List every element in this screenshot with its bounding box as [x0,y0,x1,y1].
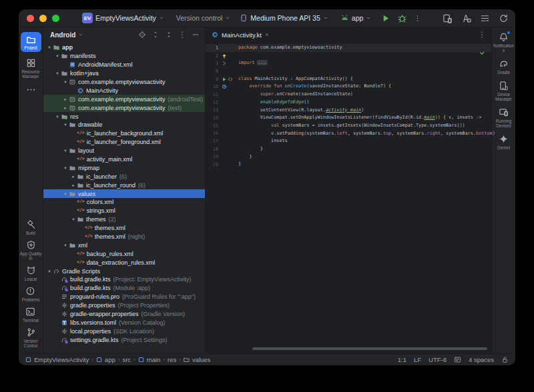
todo-list-icon[interactable] [480,13,490,23]
sync-icon[interactable] [499,13,509,23]
tree-item-ic-launcher-foreground-xml[interactable]: </>ic_launcher_foreground.xml [43,138,205,147]
device-selector[interactable]: Medium Phone API 35 [237,13,330,23]
close-window-button[interactable] [27,15,34,22]
more-vertical-icon[interactable] [478,31,486,39]
collapse-chevron-icon[interactable]: ▾ [62,121,69,128]
tool-window-button-resource-manager[interactable]: Resource Manager [19,58,42,79]
tree-item-xml[interactable]: ▾xml [43,241,205,249]
tool-window-button-gradle[interactable]: Gradle [493,59,515,75]
tree-item-themes-xml[interactable]: </>themes.xml [43,224,205,233]
tree-item-backup-rules-xml[interactable]: </>backup_rules.xml [43,249,205,258]
tree-item-com-example-emptyviewsactivity[interactable]: ▾com.example.emptyviewsactivity [43,78,205,87]
more-run-options-icon[interactable] [414,13,421,23]
code-line-20[interactable]: 20} [206,161,491,169]
more-vertical-icon[interactable] [178,31,186,39]
inspect-code-icon[interactable] [461,13,471,23]
tree-item-themes-xml[interactable]: </>themes.xml(night) [43,233,205,241]
code-area[interactable]: 1package com.example.emptyviewsactivity2… [206,43,491,169]
tree-item-local-properties[interactable]: local.properties(SDK Location) [43,327,205,335]
override-icon[interactable] [222,84,227,89]
zoom-window-button[interactable] [52,15,59,22]
status-widget-utf-8[interactable]: UTF-8 [429,356,447,363]
locate-icon[interactable] [138,31,146,39]
collapse-chevron-icon[interactable]: ▾ [62,191,69,197]
tree-item-mipmap[interactable]: ▾mipmap [43,163,205,172]
tool-window-button-terminal[interactable]: Terminal [19,307,42,323]
code-line-19[interactable]: 19 } [206,153,491,161]
run-configuration[interactable]: app [338,13,374,24]
expand-chevron-icon[interactable]: ▸ [70,173,77,180]
collapse-all-icon[interactable] [165,31,173,39]
project-view-mode[interactable]: Android [50,31,75,39]
tree-item-libs-versions-toml[interactable]: libs.versions.toml(Version Catalog) [43,319,205,327]
collapse-chevron-icon[interactable]: ▾ [62,242,69,249]
status-widget-4-spaces[interactable]: 4 spaces [469,356,494,363]
tree-item-kotlin-java[interactable]: ▾kotlin+java [43,69,205,78]
code-line-10[interactable]: 10 override fun onCreate(savedInstanceSt… [206,83,491,91]
vcs-widget[interactable]: Version control [174,13,233,23]
tool-window-button-device-manager[interactable]: Device Manager [493,81,515,101]
tool-window-button-gemini[interactable]: Gemini [493,134,515,150]
code-line-13[interactable]: 13 setContentView(R.layout.activity_main… [206,107,491,115]
status-widget-1-1[interactable]: 1:1 [398,356,407,363]
reader-mode-icon[interactable] [454,356,461,363]
code-line-18[interactable]: 18 } [206,145,491,153]
tree-item-app[interactable]: ▾app [43,43,205,52]
tool-window-button-build[interactable]: Build [19,219,42,235]
code-line-11[interactable]: 11 super.onCreate(savedInstanceState) [206,91,491,99]
tree-item-res[interactable]: ▾res [43,112,205,121]
project-widget[interactable]: EV EmptyViewsActivity [79,11,167,25]
code-line-9[interactable]: 9class MainActivity : AppCompatActivity(… [206,75,491,83]
tree-item-build-gradle-kts[interactable]: build.gradle.kts(Module :app) [43,284,205,293]
code-line-14[interactable]: 14 ViewCompat.setOnApplyWindowInsetsList… [206,114,491,122]
breadcrumb-item-emptyviewsactivity[interactable]: EmptyViewsActivity [25,356,89,363]
run-gutter-icon[interactable] [222,77,227,82]
code-line-15[interactable]: 15 val systemBars = insets.getInsets(Win… [206,122,491,130]
tree-item-colors-xml[interactable]: </>colors.xml [43,198,205,207]
expand-chevron-icon[interactable]: ▸ [62,105,69,111]
tree-item-gradle-wrapper-properties[interactable]: gradle-wrapper.properties(Gradle Version… [43,310,205,319]
run-button[interactable] [380,13,390,23]
breadcrumb-item-app[interactable]: app [96,356,115,363]
tree-item-activity-main-xml[interactable]: </>activity_main.xml [43,155,205,164]
tree-item-manifests[interactable]: ▾manifests [43,52,205,61]
tree-item-mainactivity[interactable]: MainActivity [43,86,205,95]
tree-item-gradle-properties[interactable]: gradle.properties(Project Properties) [43,301,205,310]
tree-item-values[interactable]: ▾values [43,189,205,198]
code-line-17[interactable]: 17 insets [206,137,491,145]
horizontal-scrollbar[interactable] [252,347,487,350]
unlock-icon[interactable] [501,356,509,363]
code-line-16[interactable]: 16 v.setPadding(systemBars.left, systemB… [206,130,491,138]
tree-item-layout[interactable]: ▾layout [43,147,205,155]
tool-window-button-app-quality-in[interactable]: App Quality In [19,240,42,261]
collapse-chevron-icon[interactable]: ▾ [54,53,61,59]
expand-chevron-icon[interactable]: ▸ [62,96,69,103]
collapse-chevron-icon[interactable]: ▾ [62,147,69,154]
minimize-window-button[interactable] [39,15,47,22]
tree-item-themes[interactable]: ▾themes(2) [43,215,205,224]
collapse-chevron-icon[interactable]: ▾ [62,79,69,85]
collapse-chevron-icon[interactable]: ▾ [70,216,77,223]
tree-item-data-extraction-rules-xml[interactable]: </>data_extraction_rules.xml [43,258,205,267]
breadcrumb-item-main[interactable]: main [138,356,161,363]
collapse-chevron-icon[interactable]: ▾ [46,268,53,275]
debug-button[interactable] [397,13,407,23]
breadcrumb-item-res[interactable]: res [168,356,176,363]
status-widget-lf[interactable]: LF [414,356,421,363]
tool-window-button-project[interactable]: Project [19,32,42,52]
expand-chevron-icon[interactable]: ▸ [70,182,77,189]
expand-all-icon[interactable] [152,31,160,39]
tree-item-ic-launcher-background-xml[interactable]: </>ic_launcher_background.xml [43,129,205,138]
tree-item-com-example-emptyviewsactivity[interactable]: ▸com.example.emptyviewsactivity(androidT… [43,95,205,103]
tool-window-button-running-devices[interactable]: Running Devices [493,107,515,128]
collapse-chevron-icon[interactable]: ▾ [54,70,61,77]
breadcrumb-item-values[interactable]: values [184,356,210,363]
tool-window-button-problems[interactable]: Problems [19,286,42,302]
collapse-chevron-icon[interactable]: ▾ [62,165,69,171]
tree-item-com-example-emptyviewsactivity[interactable]: ▸com.example.emptyviewsactivity(test) [43,103,205,112]
tree-item-androidmanifest-xml[interactable]: AndroidManifest.xml [43,61,205,69]
tree-item-build-gradle-kts[interactable]: build.gradle.kts(Project: EmptyViewsActi… [43,275,205,284]
close-tab-icon[interactable]: × [265,31,268,38]
code-line-2[interactable]: 2 [206,52,491,60]
tool-window-button-version-control[interactable]: Version Control [19,327,42,348]
